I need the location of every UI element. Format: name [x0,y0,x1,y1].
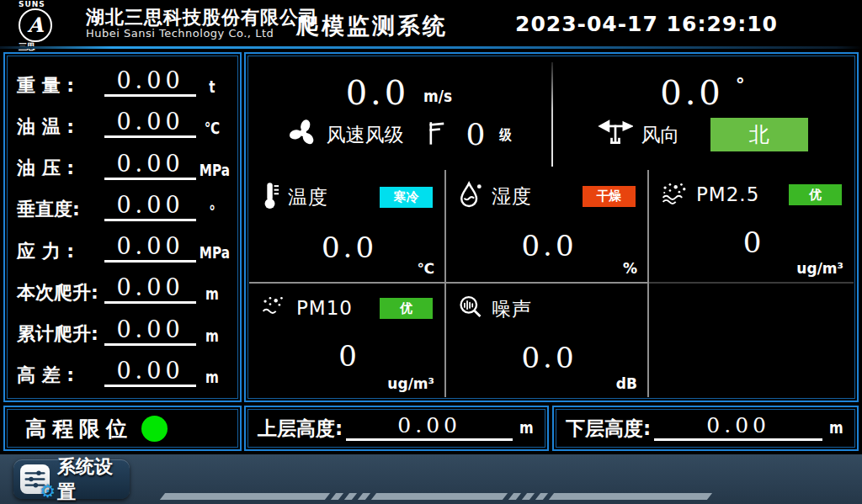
wind-direction-value: 0.0 [660,76,724,109]
metric-value: 0.00 [104,276,196,304]
env-unit: dB [616,375,637,392]
settings-button-label: 系统设置 [57,454,123,504]
lower-height-label: 下层高度: [566,416,651,442]
wind-section-divider [551,62,553,167]
env-cell-humidity: 湿度 干燥 0.0 % [446,170,649,284]
page-title: 爬模监测系统 [296,11,448,41]
lower-height-box: 下层高度: 0.00 m [552,406,859,451]
footer-bar: ⚙ 系统设置 [0,454,862,504]
wind-level-value: 0 [466,119,486,150]
metric-unit: ℃ [200,119,225,138]
env-value: 0.0 [458,343,641,372]
metric-unit: m [200,284,225,304]
droplet-icon [458,181,483,211]
elevation-limit-label: 高程限位 [25,415,133,443]
env-label: PM2.5 [696,183,759,205]
metric-row-height-diff: 高 差 : 0.00 m [17,359,228,387]
system-settings-button[interactable]: ⚙ 系统设置 [13,459,130,499]
sliders-icon: ⚙ [20,464,50,494]
footer-decoration-stripes [162,493,710,500]
metric-label: 油 压 : [17,157,104,179]
env-label: 噪声 [492,296,532,322]
metric-label: 重 量 : [17,75,104,97]
lower-height-value: 0.00 [654,415,822,441]
metric-row-current-climb: 本次爬升: 0.00 m [17,276,228,304]
wind-direction-badge: 北 [710,118,808,151]
noise-meter-icon [458,294,483,323]
env-label: PM10 [296,297,353,319]
company-logo: SUNS A 三思 [19,1,81,51]
wind-vane-icon [598,119,633,151]
env-value: 0.0 [458,231,641,260]
status-badge: 干燥 [583,186,636,207]
metric-value: 0.00 [104,318,196,346]
wind-direction-unit: ° [736,74,745,95]
status-badge: 优 [789,184,842,205]
env-value: 0.0 [261,233,438,262]
metric-row-weight: 重 量 : 0.00 t [17,69,228,97]
env-unit: ℃ [417,260,434,277]
metric-value: 0.00 [104,194,196,221]
wind-direction-label: 风向 [641,122,680,148]
wind-speed-block: 0.0 m/s 风速风级 [249,57,551,170]
environment-grid: 温度 寒冷 0.0 ℃ 湿度 干燥 [249,170,854,397]
env-unit: ug/m³ [796,260,843,277]
metric-unit: m [200,368,225,387]
upper-height-unit: m [519,417,534,439]
env-value: 0 [261,342,438,370]
status-badge: 优 [380,298,433,319]
env-cell-pm25: PM2.5 优 0 ug/m³ [649,170,854,284]
wind-speed-unit: m/s [423,86,452,106]
gear-icon: ⚙ [40,483,56,501]
env-value: 0 [661,228,847,257]
metric-row-oil-temp: 油 温 : 0.00 ℃ [17,110,228,138]
env-cell-empty [649,284,854,397]
env-label: 湿度 [492,183,532,210]
upper-height-value: 0.00 [346,415,513,441]
metric-value: 0.00 [104,69,196,97]
logo-suns-text: SUNS [19,1,81,8]
company-name-cn: 湖北三思科技股份有限公司 [86,7,318,28]
upper-height-box: 上层高度: 0.00 m [244,406,549,451]
status-badge: 寒冷 [380,187,433,208]
wind-level-flag-icon [426,120,446,149]
company-name: 湖北三思科技股份有限公司 Hubei Sansi Technology Co.,… [86,7,318,40]
dust-icon [261,294,288,321]
metric-label: 垂直度: [17,199,104,220]
env-cell-temperature: 温度 寒冷 0.0 ℃ [249,170,446,284]
company-name-en: Hubei Sansi Technology Co., Ltd [86,28,318,40]
thermometer-icon [261,181,279,213]
env-label: 温度 [288,184,328,210]
wind-level-unit: 级 [500,125,512,145]
metric-label: 油 温 : [17,116,104,138]
header-accent-line [0,46,862,49]
metric-row-total-climb: 累计爬升: 0.00 m [17,318,228,346]
metric-unit: MPa [200,243,225,263]
metric-value: 0.00 [104,359,196,387]
hydraulic-metrics-panel: 重 量 : 0.00 t 油 温 : 0.00 ℃ 油 压 : 0.00 MPa… [3,52,242,402]
upper-height-label: 上层高度: [258,416,343,442]
metric-unit: ° [200,202,225,221]
fan-icon [288,118,318,151]
logo-mark-icon: A [19,8,52,42]
env-cell-pm10: PM10 优 0 ug/m³ [249,284,446,397]
metric-label: 高 差 : [17,364,104,386]
metric-unit: MPa [200,161,225,180]
hmi-screen: SUNS A 三思 湖北三思科技股份有限公司 Hubei Sansi Techn… [0,0,862,504]
metric-label: 应 力 : [17,241,104,263]
wind-direction-block: 0.0 ° [551,57,854,170]
dust-icon [661,181,688,208]
metric-row-verticality: 垂直度: 0.00 ° [17,194,228,221]
env-cell-noise: 噪声 0.0 dB [446,284,649,397]
metric-value: 0.00 [104,110,196,138]
metric-label: 本次爬升: [17,282,104,304]
metric-row-oil-pressure: 油 压 : 0.00 MPa [17,152,228,180]
metric-row-stress: 应 力 : 0.00 MPa [17,235,228,263]
environment-panel: 0.0 m/s 风速风级 [244,52,859,402]
env-unit: % [623,260,637,277]
header: SUNS A 三思 湖北三思科技股份有限公司 Hubei Sansi Techn… [0,0,862,46]
metric-unit: m [200,326,225,346]
elevation-limit-indicator [141,416,168,442]
metric-unit: t [200,77,225,97]
env-unit: ug/m³ [387,375,434,392]
